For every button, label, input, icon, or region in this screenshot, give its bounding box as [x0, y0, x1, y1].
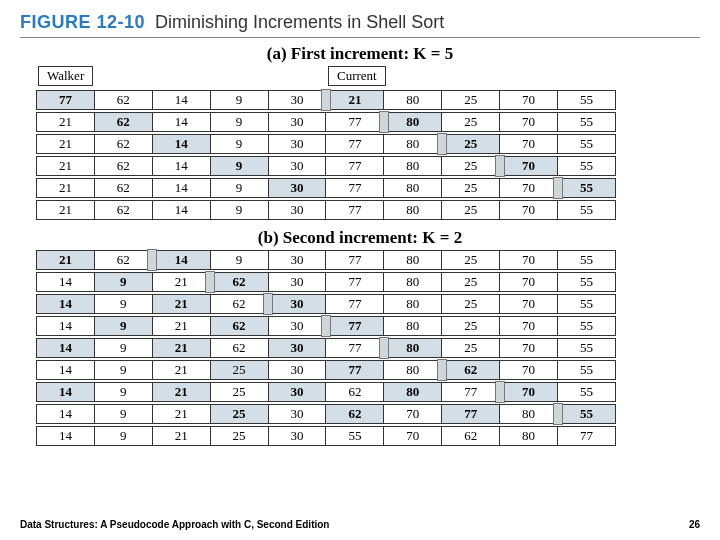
array-cell: 70: [500, 273, 558, 292]
array-cell: 25: [210, 405, 268, 424]
array-cell: 25: [442, 295, 500, 314]
array-cell: 80: [500, 427, 558, 446]
array-cell: 9: [210, 113, 268, 132]
gap-marker: [553, 177, 563, 199]
array-cell: 70: [500, 135, 558, 154]
current-label: Current: [328, 66, 386, 86]
array-cell: 14: [152, 179, 210, 198]
array-cell: 55: [558, 91, 616, 110]
array-cell: 77: [326, 179, 384, 198]
array-row: 2162149307780257055: [36, 200, 676, 222]
array-cell: 55: [558, 339, 616, 358]
array-cell: 14: [37, 339, 95, 358]
array-cell: 62: [442, 361, 500, 380]
array-row: 2162149307780257055: [36, 250, 676, 272]
array-cell: 21: [152, 361, 210, 380]
array-cell: 80: [384, 295, 442, 314]
array-cell: 25: [442, 157, 500, 176]
gap-marker: [147, 249, 157, 271]
array-row: 1492162307780257055: [36, 272, 676, 294]
array-cell: 21: [152, 295, 210, 314]
array-cell: 30: [268, 405, 326, 424]
array-cell: 25: [442, 339, 500, 358]
array-cell: 80: [384, 251, 442, 270]
array-cell: 21: [37, 157, 95, 176]
section-a-title: (a) First increment: K = 5: [20, 44, 700, 64]
array-cell: 62: [442, 427, 500, 446]
array-cell: 62: [210, 339, 268, 358]
array-cell: 30: [268, 295, 326, 314]
array-cell: 80: [384, 339, 442, 358]
array-cell: 70: [500, 295, 558, 314]
array-row: 2162149307780257055: [36, 134, 676, 156]
array-row: 1492125306280777055: [36, 382, 676, 404]
array-cell: 21: [152, 273, 210, 292]
array-cell: 25: [442, 91, 500, 110]
array-cell: 77: [326, 113, 384, 132]
gap-marker: [495, 381, 505, 403]
array-cell: 30: [268, 383, 326, 402]
array-row: 1492162307780257055: [36, 294, 676, 316]
array-cell: 30: [268, 339, 326, 358]
array-cell: 14: [152, 157, 210, 176]
array-cell: 55: [558, 405, 616, 424]
array-cell: 21: [37, 135, 95, 154]
array-cell: 25: [210, 427, 268, 446]
array-cell: 21: [37, 201, 95, 220]
array-cell: 25: [442, 113, 500, 132]
array-cell: 30: [268, 251, 326, 270]
array-cell: 14: [152, 91, 210, 110]
array-cell: 70: [500, 317, 558, 336]
array-cell: 62: [210, 317, 268, 336]
array-cell: 25: [210, 383, 268, 402]
array-cell: 77: [558, 427, 616, 446]
array-cell: 77: [326, 339, 384, 358]
array-cell: 9: [94, 405, 152, 424]
array-row: 7762149302180257055: [36, 90, 676, 112]
array-row: 1492162307780257055: [36, 316, 676, 338]
array-cell: 21: [326, 91, 384, 110]
array-cell: 9: [94, 427, 152, 446]
array-cell: 62: [94, 251, 152, 270]
array-cell: 14: [152, 251, 210, 270]
gap-marker: [553, 403, 563, 425]
figure-title: Diminishing Increments in Shell Sort: [155, 12, 444, 32]
array-cell: 14: [37, 383, 95, 402]
array-cell: 62: [94, 135, 152, 154]
array-cell: 62: [94, 201, 152, 220]
array-cell: 77: [326, 361, 384, 380]
array-cell: 80: [384, 383, 442, 402]
array-cell: 30: [268, 361, 326, 380]
array-row: 1492162307780257055: [36, 338, 676, 360]
array-cell: 21: [152, 339, 210, 358]
array-cell: 9: [210, 135, 268, 154]
array-row: 1492125306270778055: [36, 404, 676, 426]
array-cell: 30: [268, 317, 326, 336]
gap-marker: [495, 155, 505, 177]
array-cell: 30: [268, 273, 326, 292]
array-cell: 80: [384, 273, 442, 292]
array-cell: 77: [326, 251, 384, 270]
walker-label: Walker: [38, 66, 93, 86]
array-cell: 14: [37, 361, 95, 380]
array-cell: 77: [442, 383, 500, 402]
gap-marker: [205, 271, 215, 293]
array-cell: 21: [152, 383, 210, 402]
array-cell: 30: [268, 201, 326, 220]
array-cell: 77: [326, 135, 384, 154]
array-cell: 30: [268, 91, 326, 110]
array-cell: 70: [500, 91, 558, 110]
array-cell: 14: [37, 427, 95, 446]
array-cell: 14: [37, 317, 95, 336]
array-cell: 9: [210, 91, 268, 110]
array-cell: 62: [94, 179, 152, 198]
array-cell: 55: [558, 135, 616, 154]
gap-marker: [321, 315, 331, 337]
array-cell: 25: [442, 251, 500, 270]
array-cell: 55: [558, 317, 616, 336]
section-b-title: (b) Second increment: K = 2: [20, 228, 700, 248]
array-cell: 80: [384, 157, 442, 176]
gap-marker: [437, 133, 447, 155]
array-cell: 70: [500, 383, 558, 402]
array-cell: 30: [268, 113, 326, 132]
